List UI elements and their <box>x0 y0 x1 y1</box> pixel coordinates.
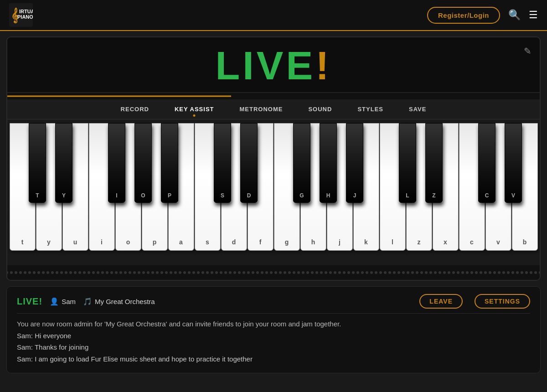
black-key-Z[interactable]: Z <box>425 123 443 203</box>
progress-bar-area <box>7 93 540 99</box>
save-button[interactable]: SAVE <box>396 99 439 119</box>
pedal-dot <box>288 271 291 274</box>
live-banner: LIVE! ✎ <box>7 37 540 93</box>
pedal-dot <box>302 271 304 274</box>
pedal-dot <box>416 271 418 274</box>
pedal-dot <box>539 271 541 274</box>
black-key-S[interactable]: S <box>214 123 231 203</box>
key-assist-dot <box>193 114 196 117</box>
pedal-dot <box>338 271 341 274</box>
pedal-dot <box>229 271 232 274</box>
pedal-dot <box>343 271 346 274</box>
pedal-dot <box>129 271 131 274</box>
pedal-dot <box>407 271 409 274</box>
pedal-dot <box>297 271 300 274</box>
pedal-dot <box>315 271 318 274</box>
pedal-dot <box>274 271 277 274</box>
chat-area: You are now room admin for 'My Great Orc… <box>17 318 530 365</box>
record-button[interactable]: RECORD <box>108 99 162 119</box>
keys-wrapper: t y u i o p a s d f g h j k <box>11 123 536 255</box>
pedal-dot <box>201 271 204 274</box>
pedal-dot <box>480 271 482 274</box>
pedal-dot <box>525 271 528 274</box>
pedal-dot <box>397 271 400 274</box>
black-key-L[interactable]: L <box>399 123 416 203</box>
pedal-dot <box>83 271 86 274</box>
pedal-dot <box>28 271 31 274</box>
keyboard-area: t y u i o p a s d f g h j k <box>7 119 540 265</box>
pedal-dot <box>375 271 377 274</box>
black-key-P[interactable]: P <box>161 123 178 203</box>
pedal-dot <box>56 271 58 274</box>
pedal-dot <box>475 271 478 274</box>
pedal-dot <box>511 271 514 274</box>
pedal-dot <box>484 271 487 274</box>
pedal-dot <box>78 271 81 274</box>
chat-message-1: Sam: Hi everyone <box>17 330 530 342</box>
black-key-H[interactable]: H <box>320 123 337 203</box>
pedal-dot <box>147 271 150 274</box>
pedal-dot <box>361 271 364 274</box>
pedal-dot <box>220 271 222 274</box>
pedal-dot <box>402 271 405 274</box>
live-room-header: LIVE! 👤 Sam 🎵 My Great Orchestra LEAVE S… <box>17 294 530 314</box>
leave-button[interactable]: LEAVE <box>419 294 463 309</box>
menu-button[interactable]: ☰ <box>529 9 538 21</box>
pedal-dot <box>461 271 464 274</box>
pedal-dot <box>434 271 437 274</box>
pedal-dot <box>466 271 469 274</box>
pedal-dot <box>247 271 250 274</box>
pedal-dot <box>151 271 154 274</box>
pedal-dot <box>393 271 396 274</box>
black-key-I[interactable]: I <box>108 123 125 203</box>
pedal-dot <box>293 271 295 274</box>
room-icon: 🎵 <box>83 297 92 306</box>
pedal-dot <box>502 271 505 274</box>
styles-button[interactable]: STYLES <box>345 99 396 119</box>
pedal-dot <box>457 271 459 274</box>
pedal-area: // We'll create the dots inline below <box>7 265 540 280</box>
pedal-dot <box>420 271 423 274</box>
pedal-dot <box>379 271 382 274</box>
register-login-button[interactable]: Register/Login <box>427 7 500 24</box>
pedal-dot <box>452 271 455 274</box>
pedal-dot <box>174 271 177 274</box>
black-key-T[interactable]: T <box>29 123 46 203</box>
black-key-G[interactable]: G <box>293 123 310 203</box>
pedal-dot <box>443 271 446 274</box>
pedal-dot <box>521 271 523 274</box>
user-name: Sam <box>62 298 76 305</box>
pedal-dot <box>530 271 532 274</box>
header: 𝄞 IRTUAL PIANO Register/Login 🔍 ☰ <box>0 0 547 31</box>
key-assist-button[interactable]: KEY ASSIST <box>162 99 227 119</box>
pedal-dot <box>92 271 95 274</box>
pedal-dot <box>388 271 391 274</box>
pedal-dot <box>493 271 496 274</box>
black-key-J[interactable]: J <box>346 123 363 203</box>
toolbar: RECORD KEY ASSIST METRONOME SOUND STYLES… <box>7 99 540 119</box>
pedal-dot <box>284 271 286 274</box>
pedal-dot <box>115 271 118 274</box>
settings-button[interactable]: SETTINGS <box>475 294 530 309</box>
pedal-dot <box>133 271 136 274</box>
pedal-dot <box>88 271 90 274</box>
search-button[interactable]: 🔍 <box>508 9 521 21</box>
pedal-dot <box>215 271 218 274</box>
pedal-dot <box>33 271 36 274</box>
edit-icon[interactable]: ✎ <box>524 46 532 57</box>
black-key-V[interactable]: V <box>505 123 522 203</box>
pedal-dot <box>384 271 387 274</box>
black-key-Y[interactable]: Y <box>55 123 72 203</box>
pedal-dot <box>160 271 163 274</box>
pedal-dot <box>15 271 17 274</box>
pedal-dot <box>498 271 501 274</box>
logo-area: 𝄞 IRTUAL PIANO <box>9 3 33 27</box>
pedal-dot <box>325 271 327 274</box>
black-key-D[interactable]: D <box>240 123 258 203</box>
pedal-dot <box>60 271 63 274</box>
metronome-button[interactable]: METRONOME <box>227 99 296 119</box>
pedal-dot <box>448 271 450 274</box>
black-key-O[interactable]: O <box>134 123 152 203</box>
black-key-C[interactable]: C <box>478 123 495 203</box>
sound-button[interactable]: SOUND <box>295 99 345 119</box>
